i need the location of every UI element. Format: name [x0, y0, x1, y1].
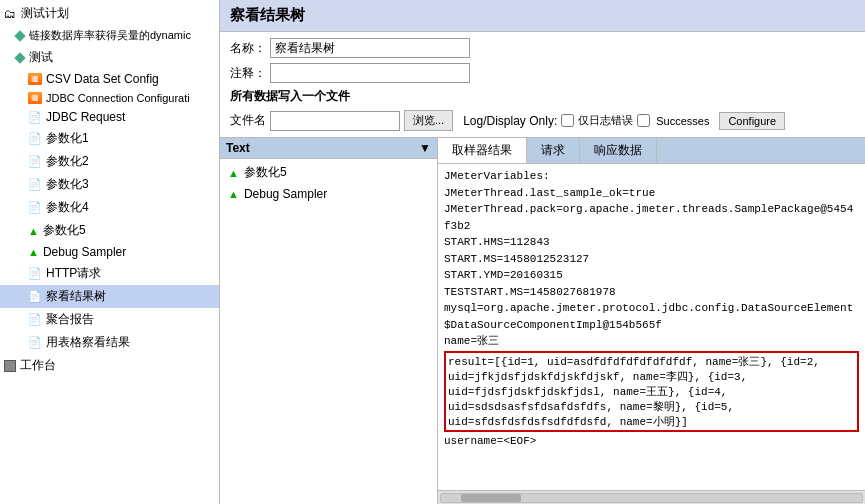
results-panel: 取样器结果 请求 响应数据 JMeterVariables: JMeterThr…: [438, 138, 865, 504]
http-icon: 📄: [28, 267, 42, 280]
errors-label: 仅日志错误: [578, 113, 633, 128]
text-header-label: Text: [226, 141, 419, 155]
csv-icon: ▦: [28, 73, 42, 85]
file-section: 文件名 浏览... Log/Display Only: 仅日志错误 Succes…: [230, 110, 855, 131]
test-plan-icon: 🗂: [4, 7, 16, 21]
browse-button[interactable]: 浏览...: [404, 110, 453, 131]
tab-request[interactable]: 请求: [527, 138, 580, 163]
sidebar-item-canshuhua2[interactable]: 📄 参数化2: [0, 150, 219, 173]
page2-icon: 📄: [28, 155, 42, 168]
result-line-8: mysql=org.apache.jmeter.protocol.jdbc.co…: [444, 300, 859, 333]
result-line-3: JMeterThread.pack=org.apache.jmeter.thre…: [444, 201, 859, 234]
config-form: 名称： 注释： 所有数据写入一个文件 文件名 浏览... Log/Display…: [220, 32, 865, 138]
right-panel: 察看结果树 名称： 注释： 所有数据写入一个文件 文件名 浏览... Log/D: [220, 0, 865, 504]
text-list-header: Text ▼: [220, 138, 437, 159]
sidebar-item-jdbc-config[interactable]: ▦ JDBC Connection Configurati: [0, 89, 219, 107]
green-triangle-icon: ▲: [228, 167, 239, 179]
list-item-debug-sampler[interactable]: ▲ Debug Sampler: [220, 184, 437, 204]
sidebar-item-csv[interactable]: ▦ CSV Data Set Config: [0, 69, 219, 89]
debug-icon: ▲: [28, 246, 39, 258]
agg-icon: 📄: [28, 313, 42, 326]
leaf5-icon: ▲: [28, 225, 39, 237]
green-triangle2-icon: ▲: [228, 188, 239, 200]
splitter-area: Text ▼ ▲ 参数化5 ▲ Debug Sampler: [220, 138, 865, 504]
configure-button[interactable]: Configure: [719, 112, 785, 130]
view-results-icon: 📄: [28, 290, 42, 303]
page4-icon: 📄: [28, 201, 42, 214]
workbench-icon: [4, 360, 16, 372]
tab-response-data[interactable]: 响应数据: [580, 138, 657, 163]
sidebar-item-test-plan[interactable]: 🗂 测试计划: [0, 2, 219, 25]
result-line-9: name=张三: [444, 333, 859, 350]
successes-label: Successes: [656, 115, 709, 127]
name-input[interactable]: [270, 38, 470, 58]
list-item-canshuhua5[interactable]: ▲ 参数化5: [220, 161, 437, 184]
comment-row: 注释：: [230, 63, 855, 83]
h-scroll-track: [440, 493, 863, 503]
diamond-icon: [14, 30, 25, 41]
sidebar-items: 🗂 测试计划 链接数据库率获得吴量的dynamic 测试 ▦ CSV Data …: [0, 0, 219, 504]
name-label: 名称：: [230, 40, 266, 57]
errors-checkbox[interactable]: [561, 114, 574, 127]
results-tabs: 取样器结果 请求 响应数据: [438, 138, 865, 164]
name-row: 名称：: [230, 38, 855, 58]
tab-sampler-result[interactable]: 取样器结果: [438, 138, 527, 163]
comment-label: 注释：: [230, 65, 266, 82]
sidebar-item-aggregate[interactable]: 📄 聚合报告: [0, 308, 219, 331]
result-line-last: username=<EOF>: [444, 433, 859, 450]
sidebar-item-http-request[interactable]: 📄 HTTP请求: [0, 262, 219, 285]
write-section-label: 所有数据写入一个文件: [230, 88, 855, 105]
sidebar-item-ce-shi[interactable]: 测试: [0, 46, 219, 69]
result-line-7: TESTSTART.MS=1458027681978: [444, 284, 859, 301]
filename-input[interactable]: [270, 111, 400, 131]
sidebar-item-link-data[interactable]: 链接数据库率获得吴量的dynamic: [0, 25, 219, 46]
sidebar-item-canshuhua5[interactable]: ▲ 参数化5: [0, 219, 219, 242]
panel-title: 察看结果树: [220, 0, 865, 32]
table-icon: 📄: [28, 336, 42, 349]
result-line-1: JMeterVariables:: [444, 168, 859, 185]
page3-icon: 📄: [28, 178, 42, 191]
sampler-icon: 📄: [28, 111, 42, 124]
filename-label: 文件名: [230, 112, 266, 129]
result-line-5: START.MS=1458012523127: [444, 251, 859, 268]
horizontal-scrollbar[interactable]: [438, 490, 865, 504]
log-display-label: Log/Display Only:: [463, 114, 557, 128]
sidebar-item-jdbc-request[interactable]: 📄 JDBC Request: [0, 107, 219, 127]
sidebar-item-canshuhua3[interactable]: 📄 参数化3: [0, 173, 219, 196]
sidebar-item-canshuhua1[interactable]: 📄 参数化1: [0, 127, 219, 150]
sidebar-item-canshuhua4[interactable]: 📄 参数化4: [0, 196, 219, 219]
sidebar-item-table-results[interactable]: 📄 用表格察看结果: [0, 331, 219, 354]
result-line-2: JMeterThread.last_sample_ok=true: [444, 185, 859, 202]
result-line-4: START.HMS=112843: [444, 234, 859, 251]
jdbc-icon: ▦: [28, 92, 42, 104]
sidebar: 🗂 测试计划 链接数据库率获得吴量的dynamic 测试 ▦ CSV Data …: [0, 0, 220, 504]
result-line-6: START.YMD=20160315: [444, 267, 859, 284]
results-text-content: JMeterVariables: JMeterThread.last_sampl…: [438, 164, 865, 490]
text-list-items: ▲ 参数化5 ▲ Debug Sampler: [220, 159, 437, 504]
sidebar-item-workbench[interactable]: 工作台: [0, 354, 219, 377]
diamond2-icon: [14, 52, 25, 63]
successes-checkbox[interactable]: [637, 114, 650, 127]
result-highlighted-line: result=[{id=1, uid=asdfdfdfdfdfdfdfdf, n…: [444, 351, 859, 432]
comment-input[interactable]: [270, 63, 470, 83]
h-scroll-thumb[interactable]: [461, 494, 521, 502]
text-list-panel: Text ▼ ▲ 参数化5 ▲ Debug Sampler: [220, 138, 438, 504]
page1-icon: 📄: [28, 132, 42, 145]
sidebar-item-debug-sampler[interactable]: ▲ Debug Sampler: [0, 242, 219, 262]
dropdown-arrow-icon[interactable]: ▼: [419, 141, 431, 155]
sidebar-item-view-results[interactable]: 📄 察看结果树: [0, 285, 219, 308]
